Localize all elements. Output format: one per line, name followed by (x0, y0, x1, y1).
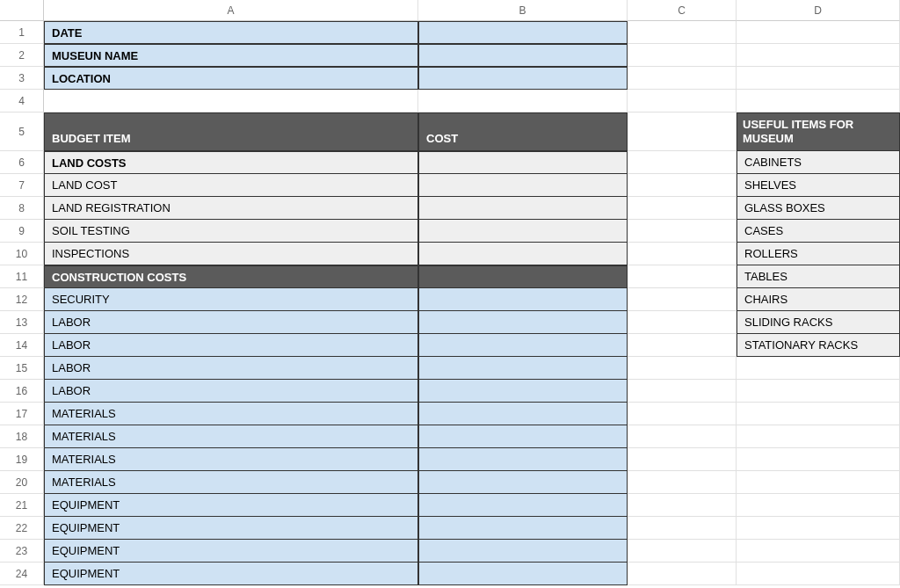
cell-d1[interactable] (737, 21, 900, 44)
cell-date-value[interactable] (418, 21, 628, 44)
cell-land-costs-section[interactable]: LAND COSTS (44, 151, 418, 174)
cell-con-7[interactable]: MATERIALS (44, 448, 418, 471)
cell-museum-value[interactable] (418, 44, 628, 67)
cell-con-10-cost[interactable] (418, 517, 628, 540)
cell-c20[interactable] (628, 471, 737, 494)
cell-construction-cost[interactable] (418, 265, 628, 288)
row-header-12[interactable]: 12 (0, 288, 44, 311)
cell-c21[interactable] (628, 494, 737, 517)
cell-con-1[interactable]: LABOR (44, 311, 418, 334)
cell-land-1[interactable]: LAND REGISTRATION (44, 197, 418, 220)
cell-con-3[interactable]: LABOR (44, 357, 418, 380)
cell-con-0[interactable]: SECURITY (44, 288, 418, 311)
cell-con-12-cost[interactable] (418, 563, 628, 585)
row-header-11[interactable]: 11 (0, 265, 44, 288)
cell-useful-4[interactable]: ROLLERS (737, 243, 900, 265)
cell-c15[interactable] (628, 357, 737, 380)
cell-con-6[interactable]: MATERIALS (44, 425, 418, 448)
cell-land-2-cost[interactable] (418, 220, 628, 243)
cell-useful-6[interactable]: CHAIRS (737, 288, 900, 311)
col-header-d[interactable]: D (737, 0, 900, 21)
cell-d2[interactable] (737, 44, 900, 67)
cell-useful-8[interactable]: STATIONARY RACKS (737, 334, 900, 357)
cell-c5[interactable] (628, 113, 737, 151)
row-header-16[interactable]: 16 (0, 380, 44, 403)
cell-c8[interactable] (628, 197, 737, 220)
cell-con-5[interactable]: MATERIALS (44, 403, 418, 425)
cell-construction-section[interactable]: CONSTRUCTION COSTS (44, 265, 418, 288)
cell-land-costs-cost[interactable] (418, 151, 628, 174)
cell-land-3[interactable]: INSPECTIONS (44, 243, 418, 265)
row-header-22[interactable]: 22 (0, 517, 44, 540)
cell-c6[interactable] (628, 151, 737, 174)
row-header-13[interactable]: 13 (0, 311, 44, 334)
cell-useful-2[interactable]: GLASS BOXES (737, 197, 900, 220)
cell-d22[interactable] (737, 517, 900, 540)
cell-con-4-cost[interactable] (418, 380, 628, 403)
row-header-9[interactable]: 9 (0, 220, 44, 243)
cell-c10[interactable] (628, 243, 737, 265)
col-header-c[interactable]: C (628, 0, 737, 21)
row-header-19[interactable]: 19 (0, 448, 44, 471)
cell-useful-items-header[interactable]: USEFUL ITEMS FOR MUSEUM (737, 113, 900, 151)
cell-museum-label[interactable]: MUSEUN NAME (44, 44, 418, 67)
cell-land-3-cost[interactable] (418, 243, 628, 265)
cell-con-11[interactable]: EQUIPMENT (44, 540, 418, 563)
cell-useful-7[interactable]: SLIDING RACKS (737, 311, 900, 334)
row-header-5[interactable]: 5 (0, 113, 44, 151)
cell-land-2[interactable]: SOIL TESTING (44, 220, 418, 243)
cell-con-2-cost[interactable] (418, 334, 628, 357)
cell-c24[interactable] (628, 563, 737, 585)
row-header-3[interactable]: 3 (0, 67, 44, 90)
cell-con-2[interactable]: LABOR (44, 334, 418, 357)
cell-location-label[interactable]: LOCATION (44, 67, 418, 90)
cell-useful-5[interactable]: TABLES (737, 265, 900, 288)
cell-con-11-cost[interactable] (418, 540, 628, 563)
row-header-14[interactable]: 14 (0, 334, 44, 357)
row-header-18[interactable]: 18 (0, 425, 44, 448)
cell-land-0-cost[interactable] (418, 174, 628, 197)
corner-cell[interactable] (0, 0, 44, 21)
cell-con-8[interactable]: MATERIALS (44, 471, 418, 494)
row-header-15[interactable]: 15 (0, 357, 44, 380)
cell-a4[interactable] (44, 90, 418, 113)
cell-b4[interactable] (418, 90, 628, 113)
cell-c14[interactable] (628, 334, 737, 357)
cell-d16[interactable] (737, 380, 900, 403)
cell-land-1-cost[interactable] (418, 197, 628, 220)
cell-con-0-cost[interactable] (418, 288, 628, 311)
cell-useful-1[interactable]: SHELVES (737, 174, 900, 197)
cell-con-5-cost[interactable] (418, 403, 628, 425)
cell-d3[interactable] (737, 67, 900, 90)
cell-c3[interactable] (628, 67, 737, 90)
cell-c22[interactable] (628, 517, 737, 540)
row-header-17[interactable]: 17 (0, 403, 44, 425)
row-header-2[interactable]: 2 (0, 44, 44, 67)
cell-c19[interactable] (628, 448, 737, 471)
cell-d19[interactable] (737, 448, 900, 471)
cell-c12[interactable] (628, 288, 737, 311)
row-header-1[interactable]: 1 (0, 21, 44, 44)
cell-c7[interactable] (628, 174, 737, 197)
cell-location-value[interactable] (418, 67, 628, 90)
row-header-6[interactable]: 6 (0, 151, 44, 174)
cell-cost-header[interactable]: COST (418, 113, 628, 151)
cell-land-0[interactable]: LAND COST (44, 174, 418, 197)
cell-con-8-cost[interactable] (418, 471, 628, 494)
cell-d21[interactable] (737, 494, 900, 517)
cell-c4[interactable] (628, 90, 737, 113)
row-header-4[interactable]: 4 (0, 90, 44, 113)
cell-useful-3[interactable]: CASES (737, 220, 900, 243)
cell-c13[interactable] (628, 311, 737, 334)
row-header-23[interactable]: 23 (0, 540, 44, 563)
cell-c18[interactable] (628, 425, 737, 448)
cell-con-3-cost[interactable] (418, 357, 628, 380)
row-header-10[interactable]: 10 (0, 243, 44, 265)
row-header-24[interactable]: 24 (0, 563, 44, 585)
cell-d4[interactable] (737, 90, 900, 113)
col-header-a[interactable]: A (44, 0, 418, 21)
row-header-8[interactable]: 8 (0, 197, 44, 220)
cell-date-label[interactable]: DATE (44, 21, 418, 44)
cell-useful-0[interactable]: CABINETS (737, 151, 900, 174)
row-header-21[interactable]: 21 (0, 494, 44, 517)
